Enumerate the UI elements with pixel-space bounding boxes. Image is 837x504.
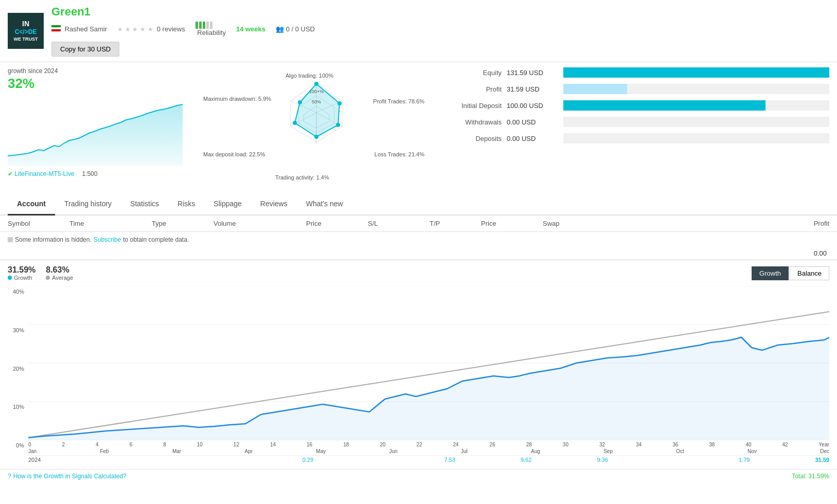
profit-row: Profit 31.59 USD bbox=[440, 84, 829, 94]
svg-marker-24 bbox=[28, 337, 829, 440]
chart-with-yaxis: 40% 30% 20% 10% 0% bbox=[8, 286, 829, 464]
hidden-info-bar: Some information is hidden. Subscribe to… bbox=[0, 232, 837, 247]
col-type: Type bbox=[152, 220, 213, 227]
header-meta: Rashed Samir ★ ★ ★ ★ ★ 0 reviews Reliabi… bbox=[51, 22, 315, 37]
growth-dot-icon bbox=[8, 276, 12, 280]
y-label-10: 10% bbox=[8, 404, 24, 410]
mini-chart bbox=[8, 94, 183, 166]
svg-point-11 bbox=[337, 101, 342, 105]
tab-risks[interactable]: Risks bbox=[168, 193, 204, 215]
reliability-container: Reliability bbox=[195, 22, 226, 37]
hidden-icon bbox=[8, 237, 13, 242]
y-label-0: 0% bbox=[8, 442, 24, 448]
radar-container: 100+% 50% Algo trading: 100% Profit Trad… bbox=[239, 67, 394, 186]
flag-icon bbox=[51, 25, 61, 31]
y-label-20: 20% bbox=[8, 366, 24, 372]
user-name: Rashed Samir bbox=[65, 25, 107, 33]
svg-point-12 bbox=[336, 123, 340, 127]
tab-reviews[interactable]: Reviews bbox=[251, 193, 297, 215]
copy-button[interactable]: Copy for 30 USD bbox=[51, 42, 119, 57]
col-profit: Profit bbox=[594, 220, 829, 227]
average-dot-icon bbox=[46, 276, 50, 280]
deposits-stat-value: 0.00 USD bbox=[507, 135, 558, 142]
copy-users: 👥 0 / 0 USD bbox=[276, 25, 315, 33]
weeks-value: 14 weeks bbox=[236, 25, 265, 33]
equity-row: Equity 131.59 USD bbox=[440, 67, 829, 78]
growth-chart-svg bbox=[28, 286, 829, 440]
growth-stat-label: Growth bbox=[8, 275, 35, 281]
year-val-sep: 9.36 bbox=[597, 457, 608, 463]
radar-label-algo: Algo trading: 100% bbox=[286, 73, 333, 79]
tab-slippage[interactable]: Slippage bbox=[204, 193, 251, 215]
year-val-jul: 7.53 bbox=[444, 457, 455, 463]
average-stat-value: 8.63% bbox=[46, 265, 73, 275]
tab-whats-new[interactable]: What's new bbox=[297, 193, 352, 215]
svg-point-15 bbox=[298, 100, 302, 104]
radar-section: 100+% 50% Algo trading: 100% Profit Trad… bbox=[203, 67, 430, 186]
chart-header: 31.59% Growth 8.63% Average Growth Balan… bbox=[8, 265, 829, 281]
total-display: Total: 31.59% bbox=[792, 473, 829, 480]
deposit-bar-container bbox=[563, 100, 829, 111]
chart-stat-average: 8.63% Average bbox=[46, 265, 73, 281]
growth-percentage: 32% bbox=[8, 76, 193, 92]
balance-chart-button[interactable]: Balance bbox=[790, 266, 829, 280]
radar-label-drawdown: Maximum drawdown: 5.9% bbox=[203, 96, 271, 102]
growth-section: growth since 2024 32% ✔ LiteFinance-MT5-… bbox=[8, 67, 203, 186]
withdrawals-label: Withdrawals bbox=[440, 118, 502, 126]
growth-help-link[interactable]: ? How is the Growth in Signals Calculate… bbox=[8, 473, 127, 480]
col-sl: S/L bbox=[368, 220, 430, 227]
broker-link[interactable]: LiteFinance-MT5-Live bbox=[14, 170, 74, 177]
reliability-label: Reliability bbox=[197, 29, 226, 37]
weeks-display: 14 weeks bbox=[236, 25, 265, 33]
withdrawals-bar-container bbox=[563, 117, 829, 127]
equity-bar bbox=[563, 67, 829, 78]
radar-svg: 100+% 50% bbox=[239, 67, 394, 186]
x-axis-numbers: 0 2 4 6 8 10 12 14 16 18 20 22 24 26 28 … bbox=[28, 442, 829, 447]
user-flag: Rashed Samir bbox=[51, 25, 107, 33]
table-header: Symbol Time Type Volume Price S/L T/P Pr… bbox=[0, 215, 837, 232]
svg-point-10 bbox=[314, 82, 318, 86]
col-time: Time bbox=[69, 220, 152, 227]
hidden-suffix: to obtain complete data. bbox=[123, 236, 189, 243]
tab-statistics[interactable]: Statistics bbox=[121, 193, 168, 215]
y-label-40: 40% bbox=[8, 289, 24, 295]
deposit-bar bbox=[563, 100, 765, 111]
profit-bar bbox=[563, 84, 627, 94]
growth-chart-button[interactable]: Growth bbox=[752, 266, 789, 280]
year-label: 2024 bbox=[28, 457, 41, 463]
svg-point-13 bbox=[314, 135, 318, 139]
deposits-stat-bar-container bbox=[563, 133, 829, 143]
account-info: ✔ LiteFinance-MT5-Live 1:500 bbox=[8, 170, 193, 177]
svg-text:100+%: 100+% bbox=[309, 89, 324, 94]
col-symbol: Symbol bbox=[8, 220, 69, 227]
main-content: growth since 2024 32% ✔ LiteFinance-MT5-… bbox=[0, 62, 837, 191]
deposits-stat-label: Deposits bbox=[440, 135, 502, 142]
tab-account[interactable]: Account bbox=[8, 193, 55, 215]
subscribe-link[interactable]: Subscribe bbox=[94, 236, 121, 243]
average-stat-label: Average bbox=[46, 275, 73, 281]
svg-text:50%: 50% bbox=[312, 99, 321, 104]
stars-container: ★ ★ ★ ★ ★ 0 reviews bbox=[117, 25, 185, 33]
deposit-label: Initial Deposit bbox=[440, 102, 502, 110]
chart-stat-growth: 31.59% Growth bbox=[8, 265, 35, 281]
svg-point-14 bbox=[293, 121, 297, 125]
live-indicator: ✔ LiteFinance-MT5-Live bbox=[8, 170, 74, 177]
profit-value: 31.59 USD bbox=[507, 85, 558, 93]
growth-since-label: growth since 2024 bbox=[8, 67, 193, 75]
tabs-container: Account Trading history Statistics Risks… bbox=[0, 193, 837, 215]
stats-section: Equity 131.59 USD Profit 31.59 USD Initi… bbox=[430, 67, 829, 186]
tab-trading-history[interactable]: Trading history bbox=[55, 193, 121, 215]
y-label-30: 30% bbox=[8, 327, 24, 333]
chart-buttons: Growth Balance bbox=[752, 266, 829, 280]
growth-stat-value: 31.59% bbox=[8, 265, 35, 275]
col-tp: T/P bbox=[430, 220, 481, 227]
year-row: 2024 0.29 7.53 9.62 9.36 1.79 31.59 bbox=[28, 455, 829, 464]
year-val-may: 0.29 bbox=[302, 457, 313, 463]
reviews-count: 0 reviews bbox=[157, 25, 185, 33]
deposit-row: Initial Deposit 100.00 USD bbox=[440, 100, 829, 111]
x-axis-months: Jan Feb Mar Apr May Jun Jul Aug Sep Oct … bbox=[28, 447, 829, 455]
radar-label-loss: Loss Trades: 21.4% bbox=[375, 151, 424, 157]
main-chart-area: 0 2 4 6 8 10 12 14 16 18 20 22 24 26 28 … bbox=[28, 286, 829, 464]
equity-value: 131.59 USD bbox=[507, 69, 558, 77]
withdrawals-value: 0.00 USD bbox=[507, 118, 558, 126]
